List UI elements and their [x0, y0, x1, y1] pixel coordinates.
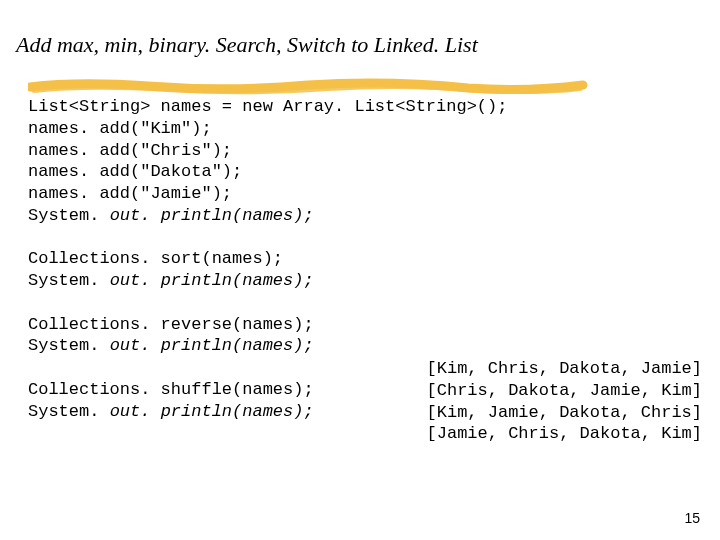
code-line-italic: out. println(names);	[110, 206, 314, 225]
output-line: [Kim, Chris, Dakota, Jamie]	[427, 359, 702, 378]
output-line: [Jamie, Chris, Dakota, Kim]	[427, 424, 702, 443]
code-line: System.	[28, 402, 110, 421]
page-number: 15	[684, 510, 700, 526]
output-line: [Kim, Jamie, Dakota, Chris]	[427, 403, 702, 422]
code-line: names. add("Chris");	[28, 141, 232, 160]
code-line: System.	[28, 271, 110, 290]
output-line: [Chris, Dakota, Jamie, Kim]	[427, 381, 702, 400]
code-line: System.	[28, 336, 110, 355]
code-line-italic: out. println(names);	[110, 336, 314, 355]
code-line: List<String> names = new Array. List<Str…	[28, 97, 507, 116]
code-line: System.	[28, 206, 110, 225]
code-line: Collections. shuffle(names);	[28, 380, 314, 399]
code-line: names. add("Jamie");	[28, 184, 232, 203]
code-line: names. add("Kim");	[28, 119, 212, 138]
code-output: [Kim, Chris, Dakota, Jamie] [Chris, Dako…	[427, 358, 702, 445]
code-line: Collections. reverse(names);	[28, 315, 314, 334]
code-line: names. add("Dakota");	[28, 162, 242, 181]
code-line-italic: out. println(names);	[110, 402, 314, 421]
code-line-italic: out. println(names);	[110, 271, 314, 290]
slide-title: Add max, min, binary. Search, Switch to …	[0, 0, 720, 58]
code-line: Collections. sort(names);	[28, 249, 283, 268]
highlight-underline	[28, 78, 588, 96]
